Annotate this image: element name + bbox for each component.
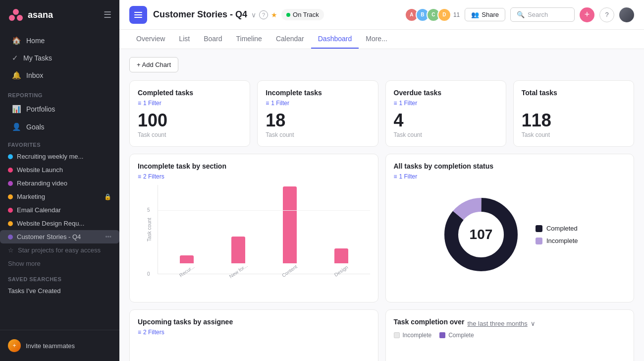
main-area: Customer Stories - Q4 ∨ ? ★ On Track A B…	[119, 0, 644, 361]
bar-new: New for...	[215, 237, 262, 274]
show-more-button[interactable]: Show more	[0, 257, 119, 270]
topbar-icons: ∨ ? ★	[251, 10, 277, 19]
asana-logo-icon	[8, 7, 24, 23]
svg-point-0	[13, 9, 19, 15]
user-avatar[interactable]	[619, 7, 634, 22]
bar-chart-inner: 5 0 Recur... New for...	[158, 185, 370, 274]
lock-icon: 🔒	[104, 193, 111, 200]
tab-timeline[interactable]: Timeline	[229, 30, 269, 49]
bar-design: Design	[318, 248, 365, 274]
sidebar-item-my-tasks[interactable]: ✓ My Tasks	[4, 50, 115, 66]
sidebar-item-goals[interactable]: 👤 Goals	[4, 119, 115, 135]
rebranding-label: Rebranding video	[17, 180, 111, 187]
rebranding-dot	[8, 181, 13, 186]
sidebar-fav-marketing[interactable]: Marketing 🔒	[0, 190, 119, 203]
sidebar-fav-website-launch[interactable]: Website Launch	[0, 163, 119, 177]
sidebar-item-portfolios[interactable]: 📊 Portfolios	[4, 101, 115, 118]
info-icon[interactable]: ?	[259, 10, 268, 19]
on-track-badge: On Track	[281, 9, 324, 20]
asana-logo-text: asana	[28, 10, 53, 20]
tab-calendar[interactable]: Calendar	[269, 30, 311, 49]
share-button[interactable]: 👥 Share	[465, 8, 505, 21]
completed-filter[interactable]: ≡ 1 Filter	[138, 100, 242, 107]
search-box[interactable]: 🔍 Search	[510, 7, 575, 22]
project-icon-button[interactable]	[129, 6, 147, 24]
upcoming-chart-placeholder	[138, 341, 370, 361]
sidebar-fav-recruiting[interactable]: Recruiting weekly me...	[0, 150, 119, 163]
y-tick-0: 0	[147, 271, 150, 277]
invite-teammates-button[interactable]: + Invite teammates	[0, 335, 119, 356]
tab-board[interactable]: Board	[197, 30, 229, 49]
tab-list[interactable]: List	[172, 30, 197, 49]
bar-content-rect	[283, 186, 297, 263]
stat-card-total: Total tasks 118 Task count	[513, 80, 634, 147]
project-members-avatars: A B C D 11	[405, 8, 460, 22]
avatar-4: D	[437, 8, 451, 22]
add-button[interactable]: +	[580, 7, 594, 22]
svg-point-2	[17, 15, 23, 21]
recruiting-dot	[8, 154, 13, 159]
time-period-link[interactable]: the last three months	[467, 320, 527, 327]
stat-card-overdue: Overdue tasks ≡ 1 Filter 4 Task count	[385, 80, 506, 147]
bar-content: Content	[266, 186, 314, 274]
dropdown-chevron[interactable]: ∨	[531, 320, 536, 327]
share-label: Share	[482, 11, 499, 18]
website-design-dot	[8, 221, 13, 226]
chevron-down-icon[interactable]: ∨	[251, 11, 256, 19]
donut-chart-filter[interactable]: ≡ 1 Filter	[394, 173, 626, 180]
sidebar-fav-rebranding[interactable]: Rebranding video	[0, 177, 119, 190]
project-title-area: Customer Stories - Q4 ∨ ? ★ On Track	[153, 9, 399, 20]
tab-dashboard[interactable]: Dashboard	[311, 30, 359, 49]
legend-completed-dot	[536, 225, 542, 232]
tab-more[interactable]: More...	[359, 30, 394, 49]
search-icon: 🔍	[517, 11, 525, 18]
bell-icon: 🔔	[12, 71, 21, 80]
project-title: Customer Stories - Q4	[153, 9, 247, 20]
topbar: Customer Stories - Q4 ∨ ? ★ On Track A B…	[119, 0, 644, 30]
hamburger-icon[interactable]: ☰	[104, 9, 111, 20]
legend-completed: Completed	[536, 225, 578, 232]
stat-cards-row: Completed tasks ≡ 1 Filter 100 Task coun…	[129, 80, 634, 147]
on-track-dot	[286, 13, 290, 17]
more-options-icon[interactable]: •••	[105, 234, 111, 241]
sidebar-fav-customer-stories[interactable]: Customer Stories - Q4 •••	[0, 230, 119, 243]
bar-chart-card: Incomplete task by section ≡ 2 Filters T…	[129, 154, 378, 302]
marketing-dot	[8, 194, 13, 199]
star-icon[interactable]: ★	[271, 11, 277, 19]
help-button[interactable]: ?	[599, 7, 614, 22]
completed-tasks-title: Completed tasks	[138, 89, 242, 97]
website-launch-label: Website Launch	[17, 166, 111, 174]
donut-legend: Completed Incomplete	[536, 225, 578, 244]
bar-chart-filter[interactable]: ≡ 2 Filters	[138, 173, 370, 180]
incomplete-count: 18	[266, 112, 370, 129]
upcoming-tasks-card: Upcoming tasks by assignee ≡ 2 Filters	[129, 309, 378, 361]
sidebar-item-home[interactable]: 🏠 Home	[4, 32, 115, 49]
favorites-section-label: Favorites	[0, 136, 119, 150]
saved-search-tasks-created[interactable]: Tasks I've Created	[0, 284, 119, 298]
grid-line-5: 5	[158, 210, 370, 211]
add-chart-button[interactable]: + Add Chart	[129, 57, 178, 72]
customer-stories-label: Customer Stories - Q4	[17, 233, 101, 241]
search-placeholder: Search	[528, 11, 548, 18]
share-icon: 👥	[471, 11, 479, 18]
completed-filter-label: 1 Filter	[143, 100, 161, 107]
sidebar-fav-email-calendar[interactable]: Email Calendar	[0, 203, 119, 217]
sidebar-nav: 🏠 Home ✓ My Tasks 🔔 Inbox	[0, 30, 119, 86]
completion-title: Task completion over	[394, 318, 465, 326]
overdue-filter[interactable]: ≡ 1 Filter	[394, 100, 498, 107]
donut-center-value: 107	[470, 227, 493, 242]
upcoming-filter[interactable]: ≡ 2 Filters	[138, 329, 370, 336]
marketing-label: Marketing	[17, 193, 100, 200]
tab-overview[interactable]: Overview	[129, 30, 172, 49]
overdue-label: Task count	[394, 131, 498, 138]
sidebar-fav-website-design[interactable]: Website Design Requ...	[0, 217, 119, 230]
sidebar-item-inbox[interactable]: 🔔 Inbox	[4, 67, 115, 84]
dashboard-content: + Add Chart Completed tasks ≡ 1 Filter 1…	[119, 49, 644, 361]
legend-complete-square	[439, 332, 445, 338]
incomplete-filter[interactable]: ≡ 1 Filter	[266, 100, 370, 107]
overdue-tasks-title: Overdue tasks	[394, 89, 498, 97]
website-design-label: Website Design Requ...	[17, 220, 111, 227]
legend-incomplete-text: Incomplete	[403, 332, 432, 339]
portfolios-label: Portfolios	[26, 105, 55, 113]
donut-svg-wrap: 107	[441, 195, 521, 274]
